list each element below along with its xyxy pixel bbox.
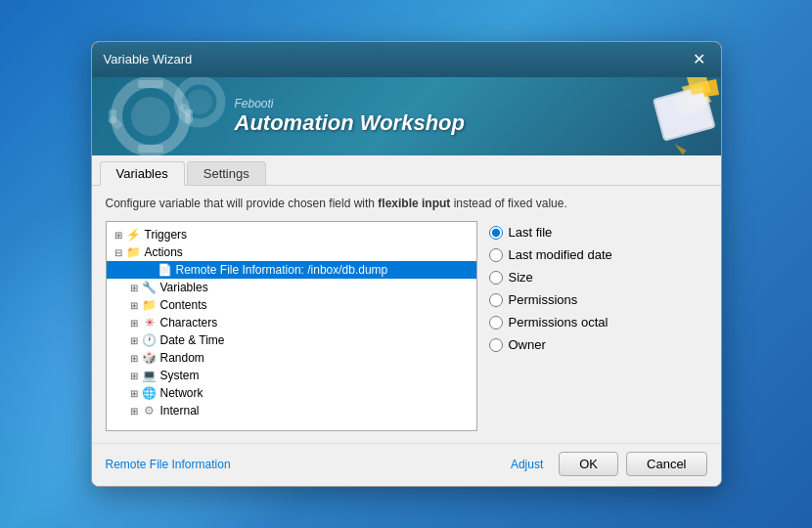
characters-icon: ✳ [142, 315, 158, 330]
tree-label-characters: Characters [160, 316, 218, 330]
expander-contents: ⊞ [126, 297, 142, 313]
ok-button[interactable]: OK [559, 452, 618, 476]
radio-size[interactable] [489, 271, 503, 285]
tree-label-remote-file: Remote File Information: /inbox/db.dump [176, 263, 388, 277]
banner-decoration-svg [584, 77, 721, 155]
option-label-owner: Owner [509, 337, 546, 352]
expander-triggers: ⊞ [111, 227, 126, 242]
tree-item-internal[interactable]: ⊞ ⚙ Internal [107, 402, 476, 419]
tree-panel[interactable]: ⊞ ⚡ Triggers ⊟ 📁 Actions 📄 Remote File I… [106, 221, 477, 431]
main-content: Configure variable that will provide cho… [92, 186, 721, 444]
tab-settings[interactable]: Settings [187, 161, 266, 185]
folder-icon-contents: 📁 [142, 297, 158, 313]
app-title: Automation Workshop [235, 110, 465, 136]
option-last-modified-date[interactable]: Last modified date [489, 247, 707, 262]
svg-point-1 [131, 97, 170, 136]
svg-rect-4 [138, 80, 163, 88]
radio-owner[interactable] [489, 338, 503, 352]
radio-permissions-octal[interactable] [489, 316, 503, 330]
tree-item-contents[interactable]: ⊞ 📁 Contents [107, 296, 476, 314]
tab-variables[interactable]: Variables [100, 161, 185, 186]
radio-permissions[interactable] [489, 293, 503, 307]
tree-item-datetime[interactable]: ⊞ 🕐 Date & Time [107, 331, 476, 349]
file-icon-remote: 📄 [158, 262, 173, 278]
option-permissions[interactable]: Permissions [489, 292, 707, 307]
titlebar: Variable Wizard ✕ [92, 42, 721, 77]
expander-system: ⊞ [126, 368, 142, 383]
tree-item-system[interactable]: ⊞ 💻 System [107, 367, 476, 384]
brand-name: Febooti [235, 97, 465, 110]
tree-label-random: Random [160, 351, 204, 365]
tabs-bar: Variables Settings [92, 155, 721, 186]
variable-wizard-dialog: Variable Wizard ✕ Febooti Automation Wor… [91, 41, 722, 488]
network-icon: 🌐 [142, 385, 158, 401]
random-icon: 🎲 [142, 350, 158, 366]
tree-label-internal: Internal [160, 404, 200, 418]
tree-item-random[interactable]: ⊞ 🎲 Random [107, 349, 476, 367]
adjust-button[interactable]: Adjust [503, 454, 551, 475]
folder-icon-actions: 📁 [126, 244, 142, 260]
description-text: Configure variable that will provide cho… [106, 196, 707, 212]
expander-internal: ⊞ [126, 403, 142, 418]
internal-icon: ⚙ [142, 403, 158, 418]
svg-rect-5 [138, 145, 163, 153]
option-last-file[interactable]: Last file [489, 225, 707, 240]
dialog-title: Variable Wizard [104, 52, 193, 66]
radio-last-file[interactable] [489, 226, 503, 240]
expander-network: ⊞ [126, 385, 142, 401]
lightning-icon: ⚡ [126, 227, 142, 242]
footer-link[interactable]: Remote File Information [106, 458, 231, 471]
expander-characters: ⊞ [126, 315, 142, 330]
tree-label-variables: Variables [160, 281, 208, 294]
footer: Remote File Information Adjust OK Cancel [92, 443, 721, 486]
radio-last-modified-date[interactable] [489, 248, 503, 262]
banner-text: Febooti Automation Workshop [235, 97, 465, 136]
tree-item-remote-file[interactable]: 📄 Remote File Information: /inbox/db.dum… [107, 261, 476, 279]
tree-item-characters[interactable]: ⊞ ✳ Characters [107, 314, 476, 331]
datetime-icon: 🕐 [142, 332, 158, 348]
option-permissions-octal[interactable]: Permissions octal [489, 315, 707, 330]
options-panel: Last file Last modified date Size Permis… [489, 221, 707, 431]
option-size[interactable]: Size [489, 270, 707, 285]
option-label-last-modified-date: Last modified date [509, 247, 612, 262]
expander-remote-file [142, 262, 158, 278]
tree-label-datetime: Date & Time [160, 333, 225, 347]
svg-marker-14 [674, 141, 687, 155]
expander-random: ⊞ [126, 350, 142, 366]
expander-datetime: ⊞ [126, 332, 142, 348]
tree-label-network: Network [160, 386, 203, 400]
expander-actions: ⊟ [111, 244, 126, 260]
tree-label-triggers: Triggers [145, 228, 188, 242]
option-label-size: Size [509, 270, 533, 285]
cancel-button[interactable]: Cancel [626, 452, 706, 476]
option-owner[interactable]: Owner [489, 337, 707, 352]
expander-variables: ⊞ [126, 280, 142, 295]
tree-item-actions[interactable]: ⊟ 📁 Actions [107, 243, 476, 261]
tree-item-network[interactable]: ⊞ 🌐 Network [107, 384, 476, 402]
banner: Febooti Automation Workshop [92, 77, 721, 155]
option-label-permissions: Permissions [509, 292, 578, 307]
option-label-permissions-octal: Permissions octal [509, 315, 609, 330]
tree-item-triggers[interactable]: ⊞ ⚡ Triggers [107, 226, 476, 243]
variables-icon: 🔧 [142, 280, 158, 295]
system-icon: 💻 [142, 368, 158, 383]
close-button[interactable]: ✕ [690, 50, 709, 69]
main-area: ⊞ ⚡ Triggers ⊟ 📁 Actions 📄 Remote File I… [106, 221, 707, 431]
tree-item-variables[interactable]: ⊞ 🔧 Variables [107, 279, 476, 296]
option-label-last-file: Last file [509, 225, 553, 240]
tree-label-contents: Contents [160, 298, 207, 312]
tree-label-system: System [160, 369, 200, 382]
footer-buttons: Adjust OK Cancel [503, 452, 707, 476]
tree-label-actions: Actions [145, 245, 183, 259]
